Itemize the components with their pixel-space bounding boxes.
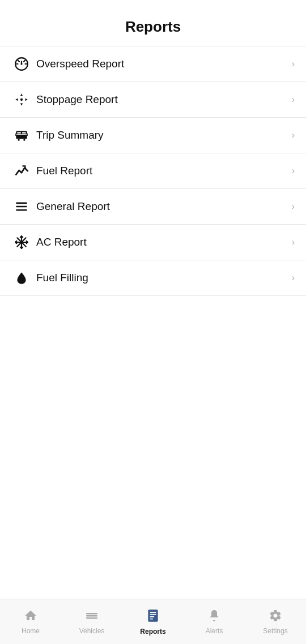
speedometer-icon bbox=[11, 57, 32, 71]
page-title: Reports bbox=[0, 0, 306, 46]
svg-line-20 bbox=[22, 236, 23, 237]
svg-line-26 bbox=[27, 242, 28, 243]
svg-rect-34 bbox=[150, 618, 153, 619]
svg-rect-27 bbox=[86, 613, 97, 615]
svg-rect-29 bbox=[86, 617, 97, 619]
alerts-icon bbox=[207, 609, 221, 625]
svg-line-22 bbox=[22, 247, 23, 248]
svg-point-1 bbox=[20, 63, 22, 65]
svg-point-2 bbox=[20, 98, 23, 101]
list-item[interactable]: Fuel Report › bbox=[0, 153, 306, 189]
list-item[interactable]: Stoppage Report › bbox=[0, 82, 306, 118]
chevron-right-icon: › bbox=[292, 95, 295, 105]
svg-rect-28 bbox=[86, 615, 97, 617]
chevron-right-icon: › bbox=[292, 237, 295, 247]
chevron-right-icon: › bbox=[292, 166, 295, 176]
chart-icon bbox=[11, 164, 32, 178]
report-label: Trip Summary bbox=[36, 129, 292, 141]
svg-rect-6 bbox=[22, 132, 26, 134]
settings-icon bbox=[269, 609, 282, 625]
svg-rect-11 bbox=[16, 202, 27, 204]
report-label: General Report bbox=[36, 200, 292, 213]
list-item[interactable]: Fuel Filling › bbox=[0, 260, 306, 296]
bottom-nav: Home Vehicles Reports bbox=[0, 599, 306, 644]
report-list: Overspeed Report › Stoppage Report › bbox=[0, 46, 306, 599]
nav-label-settings: Settings bbox=[263, 627, 287, 635]
report-label: AC Report bbox=[36, 236, 292, 248]
chevron-right-icon: › bbox=[292, 273, 295, 283]
nav-item-settings[interactable]: Settings bbox=[245, 604, 306, 639]
nav-label-home: Home bbox=[22, 627, 40, 635]
nav-item-reports[interactable]: Reports bbox=[122, 604, 184, 640]
svg-rect-9 bbox=[15, 134, 16, 136]
nav-label-vehicles: Vehicles bbox=[79, 627, 105, 635]
svg-rect-31 bbox=[150, 612, 156, 613]
nav-label-reports: Reports bbox=[140, 628, 165, 636]
nav-item-alerts[interactable]: Alerts bbox=[184, 604, 245, 639]
svg-line-24 bbox=[15, 242, 16, 243]
list-icon bbox=[11, 199, 32, 214]
svg-rect-10 bbox=[27, 134, 28, 136]
reports-icon bbox=[146, 608, 160, 625]
chevron-right-icon: › bbox=[292, 59, 295, 69]
home-icon bbox=[24, 609, 37, 625]
svg-rect-33 bbox=[150, 616, 155, 617]
report-label: Overspeed Report bbox=[36, 58, 292, 70]
bus-icon bbox=[11, 128, 32, 143]
svg-rect-30 bbox=[148, 609, 158, 622]
svg-point-7 bbox=[18, 139, 20, 141]
nav-item-home[interactable]: Home bbox=[0, 604, 61, 639]
svg-rect-3 bbox=[16, 131, 27, 139]
svg-point-8 bbox=[23, 139, 25, 141]
list-item[interactable]: AC Report › bbox=[0, 225, 306, 260]
list-item[interactable]: Trip Summary › bbox=[0, 118, 306, 153]
chevron-right-icon: › bbox=[292, 130, 295, 140]
list-item[interactable]: Overspeed Report › bbox=[0, 46, 306, 82]
move-icon bbox=[11, 92, 32, 107]
report-label: Fuel Filling bbox=[36, 272, 292, 284]
svg-rect-13 bbox=[16, 209, 27, 211]
snowflake-icon bbox=[11, 235, 32, 250]
report-label: Stoppage Report bbox=[36, 93, 292, 106]
svg-rect-5 bbox=[17, 132, 21, 134]
svg-rect-12 bbox=[16, 206, 27, 208]
svg-rect-4 bbox=[16, 134, 27, 135]
nav-item-vehicles[interactable]: Vehicles bbox=[61, 604, 122, 639]
drop-icon bbox=[11, 271, 32, 285]
vehicles-icon bbox=[85, 609, 99, 625]
chevron-right-icon: › bbox=[292, 201, 295, 212]
report-label: Fuel Report bbox=[36, 165, 292, 177]
nav-label-alerts: Alerts bbox=[206, 627, 223, 635]
svg-point-18 bbox=[20, 241, 23, 243]
list-item[interactable]: General Report › bbox=[0, 189, 306, 225]
svg-rect-32 bbox=[150, 614, 156, 615]
